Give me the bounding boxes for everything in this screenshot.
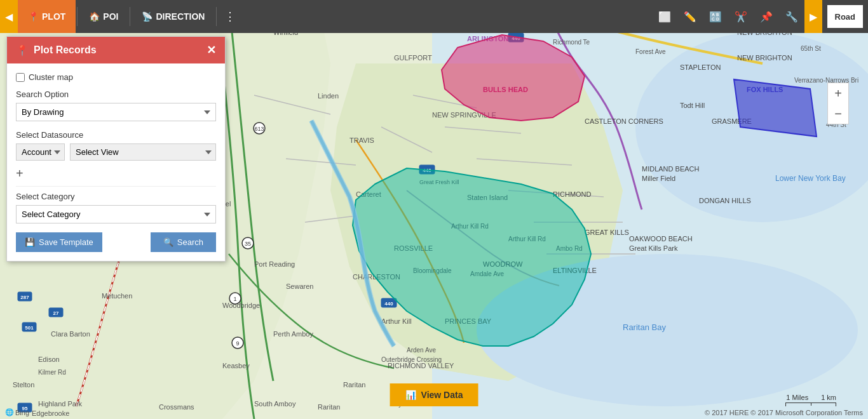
action-buttons-row: 💾 Save Template 🔍 Search bbox=[16, 232, 216, 252]
add-datasource-btn[interactable]: + bbox=[16, 167, 216, 180]
toolbar-expand-btn[interactable]: ▶ bbox=[804, 0, 822, 33]
cluster-map-label: Cluster map bbox=[29, 72, 73, 82]
cluster-map-checkbox[interactable] bbox=[16, 73, 25, 82]
zoom-out-btn[interactable]: − bbox=[828, 103, 848, 124]
bing-logo: 🌐 Bing bbox=[5, 408, 29, 416]
svg-text:Woodbridge: Woodbridge bbox=[222, 302, 260, 309]
bing-text: Bing bbox=[15, 409, 29, 416]
svg-text:Stelton: Stelton bbox=[13, 381, 34, 389]
svg-text:613: 613 bbox=[254, 126, 264, 132]
select-tool-btn[interactable]: ⬜ bbox=[652, 0, 677, 33]
svg-text:Arthur Kill: Arthur Kill bbox=[381, 317, 412, 325]
settings-tool-btn[interactable]: 🔧 bbox=[779, 0, 804, 33]
svg-text:Edison: Edison bbox=[38, 356, 60, 363]
plot-btn[interactable]: 📍 PLOT bbox=[18, 0, 76, 33]
svg-text:Highland Park: Highland Park bbox=[38, 400, 83, 408]
panel-header: 📍 Plot Records ✕ bbox=[7, 37, 225, 63]
svg-text:Metuchen: Metuchen bbox=[102, 292, 132, 300]
svg-text:Kilmer Rd: Kilmer Rd bbox=[38, 369, 66, 376]
category-select[interactable]: Select Category Type A Type B bbox=[16, 205, 216, 223]
top-toolbar: ◀ 📍 PLOT 🏠 POI 📡 DIRECTION ⋮ ⬜ ✏️ 🔠 ✂️ 📌… bbox=[0, 0, 868, 33]
svg-text:501: 501 bbox=[25, 325, 34, 331]
measure-tool-btn[interactable]: ✂️ bbox=[728, 0, 754, 33]
plot-label: PLOT bbox=[42, 11, 65, 22]
scale-labels: 1 Miles 1 km bbox=[786, 394, 836, 401]
save-template-btn[interactable]: 💾 Save Template bbox=[16, 232, 102, 252]
svg-text:BULLS HEAD: BULLS HEAD bbox=[483, 86, 528, 93]
plot-icon: 📍 bbox=[28, 11, 39, 22]
eraser-tool-btn[interactable]: 🔠 bbox=[703, 0, 728, 33]
datasource-view-select[interactable]: Select View All Records Active Records bbox=[70, 143, 216, 161]
category-label: Select Category bbox=[16, 192, 216, 201]
svg-text:287: 287 bbox=[20, 295, 29, 300]
toolbar-divider-1 bbox=[77, 7, 78, 26]
svg-text:Edgebrooke: Edgebrooke bbox=[32, 409, 69, 417]
map-attribution: © 2017 HERE © 2017 Microsoft Corporation… bbox=[705, 409, 863, 416]
search-btn[interactable]: 🔍 Search bbox=[151, 232, 216, 252]
panel-header-icon: 📍 bbox=[16, 44, 29, 57]
svg-text:Crossmans: Crossmans bbox=[159, 403, 194, 411]
search-icon: 🔍 bbox=[163, 237, 173, 247]
direction-btn[interactable]: 📡 DIRECTION bbox=[132, 0, 215, 33]
svg-text:Raritan Bay: Raritan Bay bbox=[623, 323, 666, 332]
panel-close-btn[interactable]: ✕ bbox=[207, 43, 216, 57]
cluster-row: Cluster map bbox=[16, 72, 216, 82]
svg-text:Perth Amboy: Perth Amboy bbox=[273, 330, 313, 338]
svg-text:Raritan: Raritan bbox=[343, 381, 365, 389]
svg-text:DONGAN HILLS: DONGAN HILLS bbox=[699, 197, 751, 204]
svg-text:65th St: 65th St bbox=[801, 45, 821, 52]
svg-text:Richmond Te: Richmond Te bbox=[553, 39, 590, 46]
pencil-tool-btn[interactable]: ✏️ bbox=[677, 0, 703, 33]
datasource-select[interactable]: Account Contact Lead bbox=[16, 143, 65, 161]
save-label: Save Template bbox=[39, 237, 93, 247]
toolbar-right: ⬜ ✏️ 🔠 ✂️ 📌 🔧 ▶ Road bbox=[652, 0, 869, 33]
svg-text:STAPLETON: STAPLETON bbox=[680, 63, 721, 71]
datasource-label: Select Datasource bbox=[16, 130, 216, 140]
road-view-btn[interactable]: Road bbox=[827, 5, 864, 28]
search-label: Search bbox=[177, 237, 203, 247]
search-option-select[interactable]: By Drawing By Location By Boundary bbox=[16, 103, 216, 121]
scale-midpoint bbox=[811, 403, 811, 406]
bing-icon: 🌐 bbox=[5, 408, 14, 416]
svg-text:Clara Barton: Clara Barton bbox=[51, 330, 90, 338]
svg-text:OAKWOOD BEACH: OAKWOOD BEACH bbox=[629, 235, 693, 243]
svg-text:RICHMOND: RICHMOND bbox=[553, 190, 592, 198]
direction-label: DIRECTION bbox=[156, 11, 205, 22]
svg-text:1: 1 bbox=[233, 296, 236, 302]
svg-text:35: 35 bbox=[245, 241, 251, 247]
svg-text:CASTLETON CORNERS: CASTLETON CORNERS bbox=[585, 117, 663, 125]
poi-btn[interactable]: 🏠 POI bbox=[79, 0, 128, 33]
save-icon: 💾 bbox=[25, 237, 35, 247]
view-data-icon: 📊 bbox=[405, 390, 416, 400]
svg-text:Port Reading: Port Reading bbox=[254, 260, 295, 268]
svg-text:South Amboy: South Amboy bbox=[254, 400, 296, 408]
svg-text:Miller Field: Miller Field bbox=[642, 175, 675, 182]
section-divider bbox=[16, 186, 216, 187]
svg-text:Sewaren: Sewaren bbox=[286, 283, 313, 290]
svg-marker-119 bbox=[734, 79, 817, 136]
svg-text:GREAT KILLS: GREAT KILLS bbox=[585, 229, 629, 236]
svg-text:Todt Hill: Todt Hill bbox=[680, 102, 705, 109]
direction-icon: 📡 bbox=[142, 11, 153, 22]
poi-label: POI bbox=[103, 11, 118, 22]
view-data-label: View Data bbox=[421, 390, 463, 400]
toolbar-collapse-btn[interactable]: ◀ bbox=[0, 0, 18, 33]
svg-text:GULFPORT: GULFPORT bbox=[394, 54, 432, 62]
svg-text:Arden Ave: Arden Ave bbox=[407, 347, 436, 354]
panel-title: Plot Records bbox=[34, 44, 97, 56]
scale-miles: 1 Miles bbox=[786, 394, 808, 401]
view-data-bar[interactable]: 📊 View Data bbox=[390, 383, 478, 406]
zoom-in-btn[interactable]: + bbox=[828, 83, 848, 103]
svg-text:Outerbridge Crossing: Outerbridge Crossing bbox=[381, 356, 442, 363]
svg-text:Linden: Linden bbox=[318, 92, 339, 100]
svg-text:440: 440 bbox=[384, 301, 393, 307]
location-tool-btn[interactable]: 📌 bbox=[754, 0, 779, 33]
svg-text:NEW BRIGHTON: NEW BRIGHTON bbox=[737, 54, 792, 62]
toolbar-divider-2 bbox=[130, 7, 130, 26]
search-option-row: By Drawing By Location By Boundary bbox=[16, 103, 216, 121]
svg-text:Lower New York Bay: Lower New York Bay bbox=[775, 174, 846, 183]
svg-text:Forest Ave: Forest Ave bbox=[635, 48, 666, 55]
more-options-btn[interactable]: ⋮ bbox=[218, 4, 242, 29]
panel-body: Cluster map Search Option By Drawing By … bbox=[7, 63, 225, 261]
toolbar-divider-3 bbox=[216, 7, 217, 26]
